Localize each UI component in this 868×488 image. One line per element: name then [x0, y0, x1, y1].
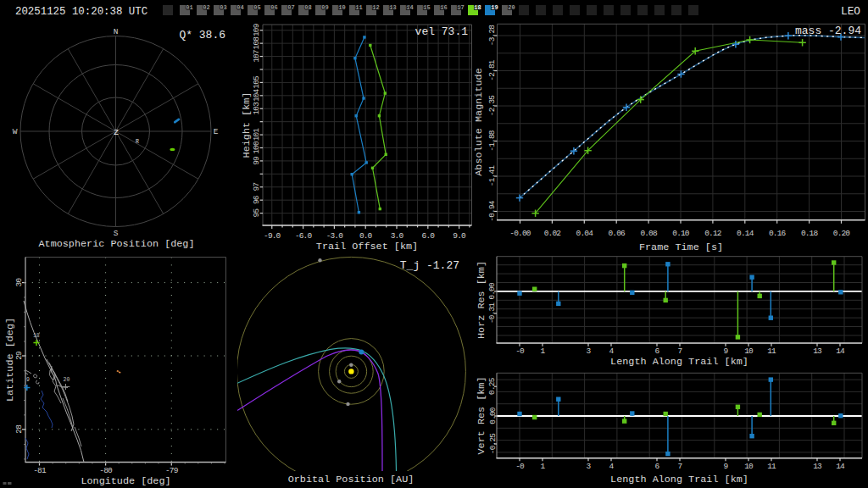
svg-text:Longitude [deg]: Longitude [deg]: [81, 475, 170, 487]
svg-text:06: 06: [270, 4, 277, 11]
svg-text:107: 107: [252, 50, 261, 63]
svg-text:0.08: 0.08: [640, 229, 658, 238]
svg-text:6.0: 6.0: [422, 231, 436, 241]
svg-text:01: 01: [186, 4, 192, 11]
svg-text:100: 100: [252, 141, 261, 154]
svg-text:0.10: 0.10: [672, 229, 690, 238]
svg-text:Horz Res [km]: Horz Res [km]: [476, 261, 487, 339]
svg-text:-81: -81: [33, 466, 47, 475]
svg-text:19: 19: [491, 4, 498, 11]
svg-text:0.18: 0.18: [801, 229, 819, 238]
svg-text:28: 28: [14, 424, 24, 434]
svg-text:11: 11: [355, 4, 362, 11]
svg-text:07: 07: [287, 4, 294, 11]
svg-text:18: 18: [33, 333, 40, 339]
svg-text:99: 99: [252, 156, 261, 165]
svg-text:-1.88: -1.88: [487, 130, 497, 151]
svg-text:Trail Offset [km]: Trail Offset [km]: [316, 241, 418, 252]
svg-text:108: 108: [252, 36, 261, 50]
svg-text:7: 7: [678, 462, 682, 471]
svg-text:Length Along Trail [km]: Length Along Trail [km]: [610, 474, 748, 485]
svg-text:0.06: 0.06: [608, 229, 626, 238]
svg-text:14: 14: [836, 462, 845, 471]
svg-text:Vert Res [km]: Vert Res [km]: [476, 376, 487, 454]
svg-text:W: W: [13, 127, 18, 136]
svg-text:LEO: LEO: [841, 5, 860, 18]
svg-text:13: 13: [389, 4, 396, 11]
svg-text:0.02: 0.02: [544, 229, 562, 238]
svg-text:0.16: 0.16: [769, 229, 787, 238]
svg-text:17: 17: [457, 4, 464, 11]
svg-text:05: 05: [253, 4, 260, 11]
svg-text:104: 104: [252, 88, 261, 102]
svg-text:109: 109: [252, 23, 261, 36]
svg-text:97: 97: [252, 183, 261, 191]
svg-text:E: E: [214, 127, 219, 136]
svg-text:0.12: 0.12: [704, 229, 722, 238]
svg-text:-6.0: -6.0: [295, 231, 313, 241]
svg-text:0.20: 0.20: [833, 229, 851, 238]
svg-text:R: R: [136, 139, 139, 145]
svg-text:-0.94: -0.94: [487, 200, 497, 221]
svg-text:101: 101: [252, 128, 261, 141]
svg-text:09: 09: [321, 4, 328, 11]
svg-text:30: 30: [14, 278, 24, 287]
svg-text:vel 73.1: vel 73.1: [415, 25, 469, 38]
svg-text:9.0: 9.0: [453, 231, 466, 241]
svg-text:Latitude [deg]: Latitude [deg]: [4, 318, 16, 402]
svg-text:18: 18: [474, 4, 481, 11]
svg-text:04: 04: [236, 4, 243, 11]
svg-text:-80: -80: [99, 466, 113, 475]
svg-text:20: 20: [508, 4, 515, 11]
svg-text:0.04: 0.04: [576, 229, 594, 238]
svg-text:Height [km]: Height [km]: [241, 92, 253, 158]
svg-text:20: 20: [64, 377, 70, 383]
svg-text:-0: -0: [515, 462, 525, 471]
svg-text:-1.41: -1.41: [487, 165, 497, 186]
svg-text:14: 14: [406, 4, 413, 11]
svg-text:96: 96: [252, 195, 261, 204]
svg-text:13: 13: [813, 462, 822, 471]
svg-text:0.14: 0.14: [737, 229, 754, 238]
svg-text:-3.0: -3.0: [326, 231, 344, 241]
svg-text:11: 11: [767, 462, 776, 471]
svg-text:11: 11: [767, 347, 776, 356]
svg-text:Frame Time [s]: Frame Time [s]: [639, 241, 723, 253]
svg-text:03: 03: [220, 4, 226, 11]
svg-text:105: 105: [252, 75, 261, 89]
svg-text:0.0: 0.0: [359, 231, 373, 241]
svg-text:10: 10: [338, 4, 345, 11]
svg-text:14: 14: [836, 347, 845, 356]
svg-text:-0: -0: [515, 347, 525, 356]
svg-text:3.0: 3.0: [391, 231, 404, 241]
svg-text:Atmospheric Position [deg]: Atmospheric Position [deg]: [38, 238, 194, 250]
svg-text:S: S: [114, 229, 119, 238]
svg-text:13: 13: [813, 347, 822, 356]
svg-text:9: 9: [26, 377, 30, 383]
svg-text:N: N: [114, 27, 119, 36]
svg-text:Length Along Trail [km]: Length Along Trail [km]: [610, 356, 748, 368]
svg-text:15: 15: [423, 4, 430, 11]
svg-text:Orbital Position [AU]: Orbital Position [AU]: [288, 474, 415, 485]
svg-text:Z: Z: [114, 128, 119, 137]
svg-text:-3.28: -3.28: [487, 25, 497, 46]
svg-text:12: 12: [372, 4, 379, 11]
svg-text:Absolute Magnitude: Absolute Magnitude: [473, 68, 485, 175]
svg-text:-2.35: -2.35: [487, 95, 497, 116]
svg-text:95: 95: [252, 208, 261, 218]
svg-text:-2.81: -2.81: [487, 59, 497, 80]
svg-text:08: 08: [304, 4, 311, 11]
svg-text:mass -2.94: mass -2.94: [795, 25, 861, 37]
svg-text:16: 16: [440, 4, 447, 11]
svg-text:10: 10: [744, 462, 754, 471]
svg-text:-79: -79: [165, 466, 179, 475]
svg-text:-0.00: -0.00: [509, 229, 531, 238]
svg-text:T_j -1.27: T_j -1.27: [400, 259, 459, 272]
svg-text:02: 02: [203, 4, 209, 11]
svg-text:Q* 38.6: Q* 38.6: [179, 29, 225, 42]
svg-text:-9.0: -9.0: [264, 231, 281, 241]
svg-text:20251125 10:20:38 UTC: 20251125 10:20:38 UTC: [15, 6, 147, 18]
svg-text:103: 103: [252, 102, 261, 115]
